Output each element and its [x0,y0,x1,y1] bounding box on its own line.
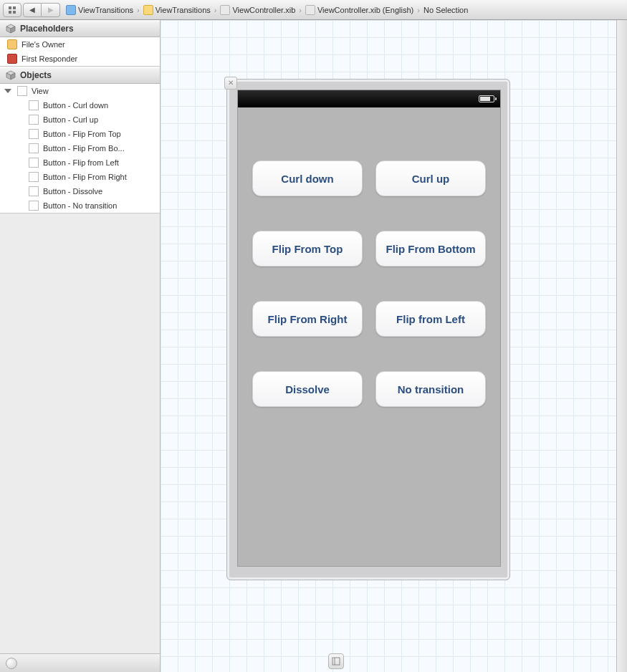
object-view[interactable]: View [0,84,160,98]
crumb-project[interactable]: ViewTransitions [66,5,133,15]
section-title: Objects [20,70,52,80]
object-label: Button - Flip From Top [43,130,121,138]
status-bar [238,90,500,107]
button-label: Flip From Right [268,313,348,325]
button-label: Flip From Top [272,243,343,255]
svg-rect-2 [9,11,11,14]
view-container[interactable]: ✕ Curl down Curl up Flip From Top Flip F… [226,79,510,580]
button-icon [29,158,39,168]
button-icon [29,186,39,196]
object-button[interactable]: Button - Flip From Bo... [0,141,160,155]
object-label: View [32,87,49,95]
button-label: Dissolve [285,383,330,395]
objects-header: Objects [0,67,160,84]
main-area: Placeholders File's Owner First Responde… [0,20,627,672]
cube-icon [6,24,16,34]
button-no-transition[interactable]: No transition [375,371,486,407]
placeholder-first-responder[interactable]: First Responder [0,52,160,66]
object-button[interactable]: Button - Curl up [0,112,160,127]
object-label: Button - Dissolve [43,187,102,196]
button-label: Curl down [281,173,333,185]
filter-button[interactable] [6,658,17,669]
cube-icon [6,70,16,80]
crumb-separator: › [415,6,422,14]
object-label: Button - Flip from Left [43,158,119,167]
placeholder-label: File's Owner [21,40,65,49]
section-title: Placeholders [20,24,74,34]
button-curl-down[interactable]: Curl down [252,160,363,196]
crumb-selection[interactable]: No Selection [423,6,468,14]
object-button[interactable]: Button - Flip from Left [0,155,160,170]
related-items-button[interactable] [3,3,21,17]
button-grid: Curl down Curl up Flip From Top Flip Fro… [252,160,486,407]
toggle-outline-button[interactable] [328,653,344,669]
object-button[interactable]: Button - No transition [0,198,160,213]
object-button[interactable]: Button - Flip From Right [0,170,160,184]
svg-rect-1 [13,6,16,9]
button-label: No transition [398,383,464,395]
crumb-label: ViewController.xib [232,6,295,14]
placeholder-files-owner[interactable]: File's Owner [0,37,160,52]
placeholders-list: File's Owner First Responder [0,37,160,67]
xib-icon [220,5,230,15]
crumb-label: ViewTransitions [78,6,133,14]
button-icon [29,172,39,182]
battery-icon [479,95,494,102]
svg-rect-0 [9,6,11,9]
close-icon[interactable]: ✕ [224,77,237,90]
button-flip-from-right[interactable]: Flip From Right [252,301,363,337]
button-icon [29,129,39,139]
svg-rect-3 [13,11,16,14]
object-children: Button - Curl down Button - Curl up Butt… [0,98,160,213]
back-button[interactable]: ◀ [23,3,42,17]
object-button[interactable]: Button - Dissolve [0,184,160,198]
outline-footer [0,653,160,672]
button-icon [29,143,39,153]
first-responder-icon [7,54,17,64]
view-icon [17,86,27,96]
button-flip-from-bottom[interactable]: Flip From Bottom [375,231,486,267]
button-curl-up[interactable]: Curl up [375,160,486,196]
button-label: Flip From Bottom [386,243,476,255]
objects-list: View Button - Curl down Button - Curl up… [0,84,160,213]
forward-button[interactable]: ▶ [42,3,60,17]
svg-rect-10 [332,658,340,665]
crumb-file[interactable]: ViewController.xib [220,5,295,15]
object-label: Button - No transition [43,201,117,210]
button-label: Flip from Left [396,313,465,325]
xib-icon [305,5,315,15]
crumb-label: No Selection [423,6,468,14]
button-label: Curl up [412,173,450,185]
crumb-file-lang[interactable]: ViewController.xib (English) [305,5,413,15]
button-flip-from-left[interactable]: Flip from Left [375,301,486,337]
crumb-separator: › [297,6,304,14]
crumb-separator: › [212,6,219,14]
folder-icon [143,5,153,15]
document-outline: Placeholders File's Owner First Responde… [0,20,161,672]
disclosure-triangle-icon[interactable] [4,89,11,93]
breadcrumb: ViewTransitions › ViewTransitions › View… [62,5,468,15]
placeholders-header: Placeholders [0,20,160,37]
button-icon [29,115,39,125]
button-dissolve[interactable]: Dissolve [252,371,363,407]
outline-spacer [0,213,160,653]
project-icon [66,5,76,15]
button-icon [29,100,39,110]
object-button[interactable]: Button - Flip From Top [0,127,160,141]
object-label: Button - Flip From Right [43,173,127,181]
placeholder-label: First Responder [21,54,77,63]
crumb-label: ViewTransitions [155,6,211,14]
canvas[interactable]: ✕ Curl down Curl up Flip From Top Flip F… [161,20,627,672]
device-view[interactable]: Curl down Curl up Flip From Top Flip Fro… [237,90,501,567]
files-owner-icon [7,39,17,49]
object-label: Button - Curl up [43,115,98,124]
button-icon [29,201,39,211]
button-flip-from-top[interactable]: Flip From Top [252,231,363,267]
object-label: Button - Curl down [43,101,108,110]
crumb-label: ViewController.xib (English) [317,6,413,14]
vertical-scrollbar[interactable] [616,20,627,672]
crumb-separator: › [135,6,142,14]
history-nav: ◀ ▶ [23,3,60,17]
crumb-folder[interactable]: ViewTransitions [143,5,211,15]
object-button[interactable]: Button - Curl down [0,98,160,112]
